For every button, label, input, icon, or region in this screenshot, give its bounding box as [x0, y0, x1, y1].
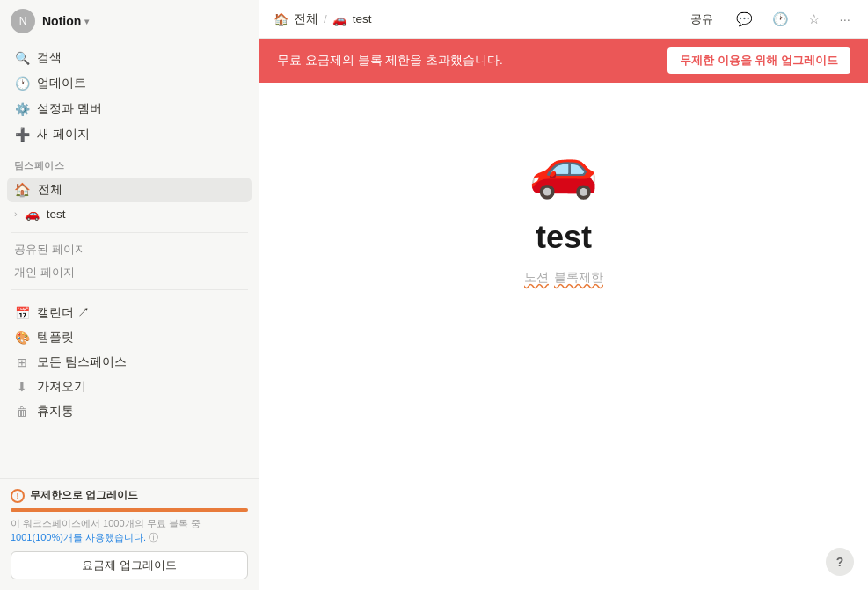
favorite-button[interactable]: ☆	[805, 8, 823, 31]
sidebar-item-all-teamspaces[interactable]: ⊞ 모든 팀스페이스	[7, 350, 252, 375]
workspace-name: Notion ▾	[42, 14, 89, 28]
upgrade-title: 무제한으로 업그레이드	[30, 488, 138, 503]
page-subtitle: 노션 블록제한	[524, 270, 603, 286]
breadcrumb-separator: /	[324, 12, 327, 25]
avatar: N	[11, 9, 35, 33]
sidebar-item-calendar[interactable]: 📅 캘린더 ↗	[7, 301, 252, 325]
main-content: 🏠 전체 / 🚗 test 공유 💬 🕐 ☆ ··· 무료 요금제의 블록 제한…	[259, 0, 868, 590]
alert-banner: 무료 요금제의 블록 제한을 초과했습니다. 무제한 이용을 위해 업그레이드	[259, 39, 868, 83]
teamspace-items: 🏠 전체 › 🚗 test	[0, 176, 259, 227]
sidebar-item-new-page[interactable]: ➕ 새 페이지	[7, 122, 252, 147]
upgrade-description: 이 워크스페이스에서 1000개의 무료 블록 중 1001(100%)개를 사…	[11, 517, 248, 544]
sidebar-item-trash[interactable]: 🗑 휴지통	[7, 399, 252, 424]
sidebar-item-settings[interactable]: ⚙️ 설정과 멤버	[7, 97, 252, 121]
sidebar-item-search[interactable]: 🔍 검색	[7, 46, 252, 70]
banner-upgrade-button[interactable]: 무제한 이용을 위해 업그레이드	[667, 47, 850, 74]
subtitle-notion: 노션	[524, 270, 549, 286]
teamspace-label: 팀스페이스	[0, 150, 259, 176]
search-icon: 🔍	[14, 50, 30, 66]
gear-icon: ⚙️	[14, 101, 30, 117]
sidebar-item-all[interactable]: 🏠 전체	[7, 178, 252, 202]
topbar-actions: 공유 💬 🕐 ☆ ···	[683, 8, 854, 31]
upgrade-button[interactable]: 요금제 업그레이드	[11, 551, 248, 579]
trash-icon: 🗑	[14, 404, 30, 419]
sidebar-item-import[interactable]: ⬇ 가져오기	[7, 375, 252, 399]
topbar: 🏠 전체 / 🚗 test 공유 💬 🕐 ☆ ···	[259, 0, 868, 39]
progress-bar-background	[11, 508, 248, 512]
car-breadcrumb-icon: 🚗	[332, 12, 347, 26]
sidebar-item-templates[interactable]: 🎨 템플릿	[7, 325, 252, 350]
clock-icon: 🕐	[14, 76, 30, 91]
subtitle-block: 블록제한	[554, 270, 603, 286]
upgrade-header: ! 무제한으로 업그레이드	[11, 488, 248, 503]
comments-button[interactable]: 💬	[733, 8, 756, 31]
divider2	[11, 289, 248, 290]
workspace-header[interactable]: N Notion ▾	[0, 0, 259, 42]
home-icon: 🏠	[14, 182, 31, 198]
chevron-right-icon: ›	[14, 208, 18, 219]
upgrade-link[interactable]: 1001(100%)개를 사용했습니다.	[11, 532, 146, 543]
sidebar-item-updates[interactable]: 🕐 업데이트	[7, 71, 252, 96]
breadcrumb-page: test	[353, 12, 372, 25]
page-title: test	[536, 219, 592, 256]
private-pages-label[interactable]: 개인 페이지	[0, 261, 259, 284]
home-breadcrumb-icon: 🏠	[274, 12, 288, 26]
sidebar-item-test[interactable]: › 🚗 test	[7, 202, 252, 225]
history-button[interactable]: 🕐	[769, 8, 792, 31]
shared-pages-label[interactable]: 공유된 페이지	[0, 238, 259, 261]
upgrade-icon: !	[11, 489, 25, 503]
progress-bar-fill	[11, 508, 248, 512]
import-icon: ⬇	[14, 379, 30, 395]
chevron-down-icon: ▾	[84, 17, 89, 26]
breadcrumb: 🏠 전체 / 🚗 test	[274, 11, 372, 27]
share-button[interactable]: 공유	[683, 8, 720, 31]
more-button[interactable]: ···	[835, 8, 854, 30]
divider	[11, 232, 248, 233]
alert-message: 무료 요금제의 블록 제한을 초과했습니다.	[277, 53, 503, 69]
plus-icon: ➕	[14, 127, 30, 142]
templates-icon: 🎨	[14, 330, 30, 346]
sidebar: N Notion ▾ 🔍 검색 🕐 업데이트 ⚙️ 설정과 멤버 ➕ 새 페이지…	[0, 0, 259, 590]
calendar-icon: 📅	[14, 305, 30, 321]
sidebar-menu: 🔍 검색 🕐 업데이트 ⚙️ 설정과 멤버 ➕ 새 페이지	[0, 42, 259, 150]
help-button[interactable]: ?	[826, 548, 854, 576]
page-content: 🚗 test 노션 블록제한 ?	[259, 83, 868, 590]
sidebar-bottom-items: 📅 캘린더 ↗ 🎨 템플릿 ⊞ 모든 팀스페이스 ⬇ 가져오기 🗑 휴지통	[0, 297, 259, 427]
breadcrumb-home: 전체	[294, 11, 318, 27]
page-icon: 🚗	[529, 135, 599, 201]
upgrade-section: ! 무제한으로 업그레이드 이 워크스페이스에서 1000개의 무료 블록 중 …	[0, 478, 259, 590]
car-icon: 🚗	[25, 207, 40, 221]
grid-icon: ⊞	[14, 354, 30, 370]
